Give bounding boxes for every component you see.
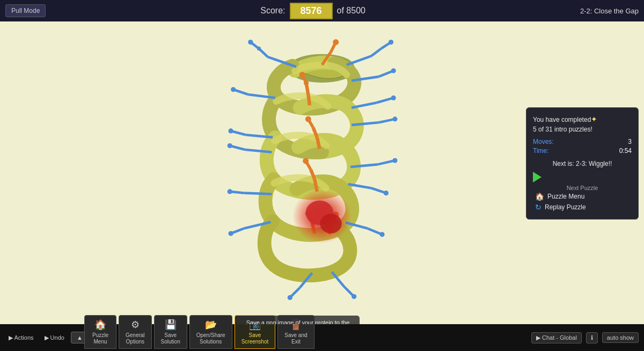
top-bar: Pull Mode Score: 8576 of 8500 2-2: Close… xyxy=(0,0,644,21)
time-value: 0:54 xyxy=(619,147,632,155)
undo-button[interactable]: ▶ Undo xyxy=(40,332,69,343)
svg-point-49 xyxy=(352,294,356,299)
save-screenshot-icon: 📷 xyxy=(249,319,261,331)
time-label: Time: xyxy=(533,147,549,155)
replay-label: Replay Puzzle xyxy=(545,203,586,211)
svg-point-13 xyxy=(391,68,396,73)
puzzle-menu-icon: 🏠 xyxy=(535,192,544,201)
svg-point-40 xyxy=(228,231,233,236)
save-solution-label: Save Solution xyxy=(161,332,180,345)
svg-point-57 xyxy=(304,81,309,85)
replay-icon: ↻ xyxy=(535,203,541,211)
info-button[interactable]: ℹ xyxy=(586,332,598,343)
general-options-icon: ⚙ xyxy=(131,319,140,331)
svg-line-58 xyxy=(317,137,320,149)
score-label: Score: xyxy=(260,6,285,16)
moves-row: Moves: 3 xyxy=(533,138,632,145)
svg-point-46 xyxy=(288,295,292,300)
arrow-right-icon xyxy=(533,172,541,182)
save-solution-icon: 💾 xyxy=(165,319,177,331)
score-area: Score: 8576 of 8500 xyxy=(260,3,365,19)
svg-line-35 xyxy=(245,193,272,194)
svg-point-6 xyxy=(257,47,261,50)
moves-label: Moves: xyxy=(533,138,554,145)
pull-mode-button[interactable]: Pull Mode xyxy=(5,4,46,17)
svg-point-56 xyxy=(299,72,305,78)
save-exit-label: Save and Exit xyxy=(284,332,307,345)
svg-point-37 xyxy=(228,189,232,194)
svg-point-28 xyxy=(228,143,232,148)
svg-point-5 xyxy=(248,40,253,45)
score-value: 8576 xyxy=(290,3,333,19)
save-exit-icon: 🚪 xyxy=(290,319,302,331)
open-share-button[interactable]: 📂Open/Share Solutions xyxy=(189,315,232,349)
svg-point-10 xyxy=(389,40,393,45)
svg-point-31 xyxy=(392,158,397,163)
star-icon: ✦ xyxy=(591,115,597,123)
open-share-icon: 📂 xyxy=(205,319,217,331)
toolbar-right: ▶ Chat - Global ℹ auto show xyxy=(526,324,644,351)
svg-point-22 xyxy=(391,96,396,100)
replay-puzzle-button[interactable]: ↻ Replay Puzzle xyxy=(533,202,632,213)
puzzle-menu-label: Puzzle Menu xyxy=(547,193,584,200)
general-options-button[interactable]: ⚙General Options xyxy=(119,315,152,349)
completion-panel: You have completed✦ 5 of 31 intro puzzle… xyxy=(526,107,639,220)
next-puzzle-sub-label: Next Puzzle xyxy=(533,185,632,191)
completed-text: You have completed✦ 5 of 31 intro puzzle… xyxy=(533,114,632,134)
save-solution-button[interactable]: 💾Save Solution xyxy=(154,315,187,349)
svg-point-43 xyxy=(379,232,384,237)
puzzle-name: 2-2: Close the Gap xyxy=(580,7,639,15)
puzzle-menu-label: Puzzle Menu xyxy=(92,332,108,345)
save-screenshot-label: Save Screenshot xyxy=(241,332,269,345)
next-text: Next is: 2-3: Wiggle!! xyxy=(533,160,632,167)
general-options-label: General Options xyxy=(126,332,145,345)
puzzle-menu-button[interactable]: 🏠Puzzle Menu xyxy=(84,315,116,349)
chat-button[interactable]: ▶ Chat - Global xyxy=(531,332,582,343)
tool-buttons-container: 🏠Puzzle Menu⚙General Options💾Save Soluti… xyxy=(83,313,316,351)
time-row: Time: 0:54 xyxy=(533,147,632,155)
svg-point-52 xyxy=(333,39,339,45)
svg-point-61 xyxy=(305,116,311,122)
svg-point-19 xyxy=(392,116,397,121)
svg-point-65 xyxy=(303,158,309,164)
save-exit-button[interactable]: 🚪Save and Exit xyxy=(277,315,314,349)
save-screenshot-button[interactable]: 📷Save Screenshot xyxy=(235,315,276,349)
actions-button[interactable]: ▶ Actions xyxy=(4,332,38,343)
moves-value: 3 xyxy=(628,138,632,145)
viewport: You have completed✦ 5 of 31 intro puzzle… xyxy=(0,21,644,324)
score-max: of 8500 xyxy=(337,6,365,16)
autoshow-button[interactable]: auto show xyxy=(602,332,639,343)
puzzle-menu-button[interactable]: 🏠 Puzzle Menu xyxy=(533,191,632,202)
svg-point-34 xyxy=(384,191,389,195)
svg-point-16 xyxy=(231,87,236,92)
svg-point-25 xyxy=(228,128,233,133)
puzzle-menu-icon: 🏠 xyxy=(94,319,106,331)
svg-line-53 xyxy=(308,94,310,105)
open-share-label: Open/Share Solutions xyxy=(196,332,225,345)
svg-point-74 xyxy=(320,214,341,233)
next-puzzle-button[interactable] xyxy=(533,172,632,182)
